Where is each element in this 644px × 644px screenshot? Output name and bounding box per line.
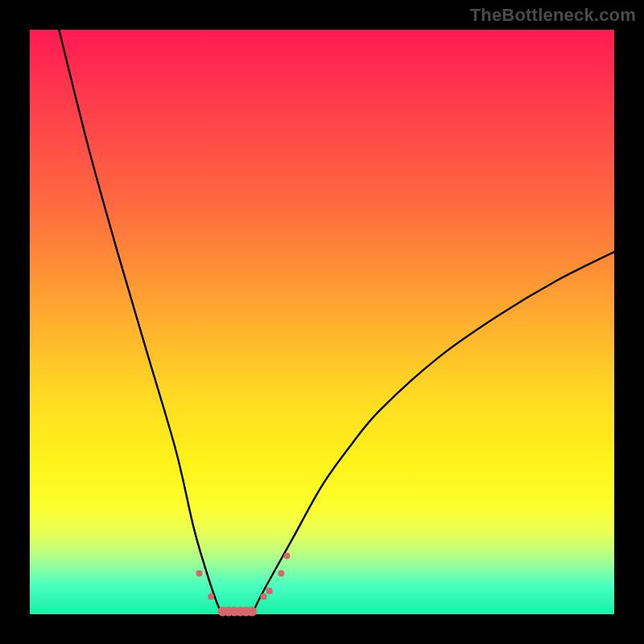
outer-frame: TheBottleneck.com bbox=[0, 0, 644, 644]
plot-gradient-area bbox=[30, 30, 614, 614]
watermark-text: TheBottleneck.com bbox=[470, 5, 636, 26]
